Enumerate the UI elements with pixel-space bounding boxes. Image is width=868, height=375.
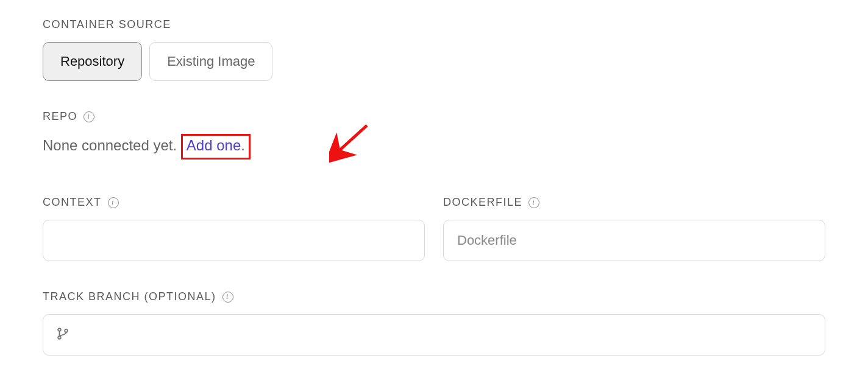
annotation-arrow xyxy=(329,121,372,166)
dockerfile-label-text: DOCKERFILE xyxy=(443,196,522,209)
annotation-highlight: Add one. xyxy=(181,134,251,159)
container-source-label: CONTAINER SOURCE xyxy=(43,18,825,31)
git-branch-icon xyxy=(56,327,69,343)
repo-none-text: None connected yet. xyxy=(43,137,177,153)
container-source-toggle: Repository Existing Image xyxy=(43,42,825,81)
repo-period: . xyxy=(241,137,245,153)
svg-point-2 xyxy=(58,328,61,331)
context-label-text: CONTEXT xyxy=(43,196,102,209)
info-icon[interactable]: i xyxy=(108,197,119,208)
dockerfile-label: DOCKERFILE i xyxy=(443,196,825,209)
track-branch-label: TRACK BRANCH (OPTIONAL) i xyxy=(43,290,825,303)
dockerfile-input[interactable] xyxy=(443,220,825,261)
svg-point-4 xyxy=(65,329,68,332)
toggle-repository[interactable]: Repository xyxy=(43,42,142,81)
info-icon[interactable]: i xyxy=(222,292,233,303)
repo-label: REPO i xyxy=(43,110,825,123)
container-source-label-text: CONTAINER SOURCE xyxy=(43,18,171,31)
repo-status-text: None connected yet. Add one. xyxy=(43,134,825,159)
svg-point-3 xyxy=(58,336,61,339)
context-label: CONTEXT i xyxy=(43,196,425,209)
context-input[interactable] xyxy=(43,220,425,261)
info-icon[interactable]: i xyxy=(84,111,94,122)
repo-label-text: REPO xyxy=(43,110,77,123)
track-branch-label-text: TRACK BRANCH (OPTIONAL) xyxy=(43,290,216,303)
toggle-existing-image[interactable]: Existing Image xyxy=(149,42,272,81)
info-icon[interactable]: i xyxy=(528,197,539,208)
track-branch-input[interactable] xyxy=(43,314,825,356)
svg-line-1 xyxy=(340,125,367,150)
add-one-link[interactable]: Add one xyxy=(187,137,241,153)
